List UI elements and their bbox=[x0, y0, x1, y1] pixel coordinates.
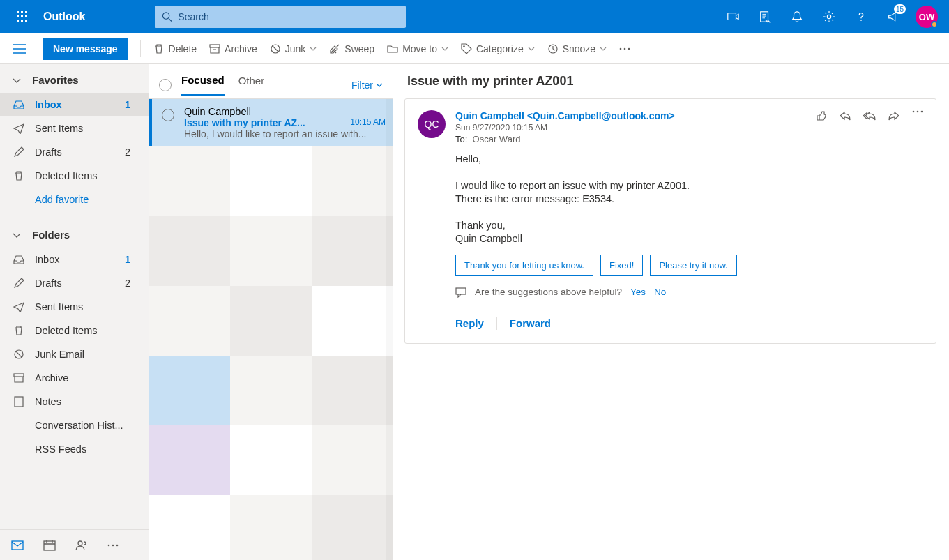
forward-link[interactable]: Forward bbox=[510, 317, 551, 331]
sidebar-folder-sent[interactable]: Sent Items bbox=[0, 295, 149, 319]
reply-icon[interactable] bbox=[840, 110, 851, 144]
tab-focused[interactable]: Focused bbox=[181, 74, 225, 96]
chevron-down-icon bbox=[600, 45, 607, 52]
svg-rect-0 bbox=[17, 11, 19, 13]
sidebar-folder-drafts[interactable]: Drafts 2 bbox=[0, 271, 149, 295]
respond-links: Reply Forward bbox=[455, 317, 923, 331]
suggested-reply-2[interactable]: Fixed! bbox=[600, 255, 643, 276]
svg-rect-1 bbox=[21, 11, 23, 13]
svg-rect-36 bbox=[456, 288, 466, 294]
sidebar-item-inbox[interactable]: Inbox 1 bbox=[0, 93, 149, 116]
feedback-no[interactable]: No bbox=[654, 286, 666, 298]
message-time: 10:15 AM bbox=[350, 117, 386, 128]
reply-link[interactable]: Reply bbox=[455, 317, 484, 331]
chevron-down-icon bbox=[13, 231, 21, 239]
drafts-icon bbox=[13, 278, 25, 289]
app-launcher-icon[interactable] bbox=[6, 0, 39, 33]
sidebar-item-sent[interactable]: Sent Items bbox=[0, 116, 149, 140]
like-icon[interactable] bbox=[816, 110, 827, 144]
sidebar: Favorites Inbox 1 Sent Items Drafts 2 De… bbox=[0, 64, 149, 560]
command-toolbar: New message Delete Archive Junk Sweep Mo… bbox=[0, 33, 949, 64]
clock-icon bbox=[547, 43, 559, 54]
svg-rect-27 bbox=[12, 541, 23, 550]
svg-point-35 bbox=[921, 111, 923, 113]
add-favorite-link[interactable]: Add favorite bbox=[0, 188, 149, 219]
favorites-header[interactable]: Favorites bbox=[0, 64, 149, 93]
sidebar-folder-notes[interactable]: Notes bbox=[0, 390, 149, 414]
sidebar-item-drafts[interactable]: Drafts 2 bbox=[0, 140, 149, 164]
user-avatar[interactable]: OW bbox=[916, 6, 938, 28]
notes-icon[interactable] bbox=[750, 0, 780, 33]
svg-line-10 bbox=[169, 18, 172, 21]
svg-point-32 bbox=[116, 544, 119, 546]
sidebar-folder-archive[interactable]: Archive bbox=[0, 366, 149, 390]
feedback-yes[interactable]: Yes bbox=[630, 286, 646, 298]
message-from: Quin Campbell bbox=[184, 106, 386, 117]
inbox-icon bbox=[13, 254, 25, 265]
sidebar-folder-rss[interactable]: RSS Feeds bbox=[0, 437, 149, 461]
announcements-icon[interactable]: 15 bbox=[878, 0, 909, 33]
calendar-icon[interactable] bbox=[43, 539, 56, 552]
message-item[interactable]: Quin Campbell Issue with my printer AZ..… bbox=[149, 99, 393, 146]
sidebar-folder-inbox[interactable]: Inbox 1 bbox=[0, 248, 149, 271]
chevron-down-icon bbox=[528, 45, 535, 52]
teams-call-icon[interactable] bbox=[718, 0, 748, 33]
svg-rect-8 bbox=[25, 20, 27, 22]
search-box[interactable] bbox=[155, 6, 406, 28]
junk-button[interactable]: Junk bbox=[270, 43, 317, 54]
email-body: Hello, I would like to report an issue w… bbox=[455, 153, 923, 331]
snooze-button[interactable]: Snooze bbox=[547, 43, 607, 54]
more-actions-button[interactable] bbox=[619, 47, 630, 50]
svg-point-18 bbox=[463, 45, 464, 47]
app-header: Outlook 15 OW bbox=[0, 0, 949, 33]
help-icon[interactable] bbox=[846, 0, 876, 33]
more-icon[interactable] bbox=[107, 544, 119, 547]
sidebar-folder-deleted[interactable]: Deleted Items bbox=[0, 319, 149, 342]
message-checkbox[interactable] bbox=[162, 109, 174, 121]
sweep-button[interactable]: Sweep bbox=[329, 43, 374, 54]
archive-icon bbox=[209, 43, 220, 54]
svg-rect-12 bbox=[761, 12, 768, 22]
hamburger-icon[interactable] bbox=[8, 38, 31, 60]
search-input[interactable] bbox=[178, 11, 399, 22]
junk-icon bbox=[13, 349, 25, 360]
trash-icon bbox=[13, 170, 25, 181]
svg-rect-11 bbox=[728, 13, 736, 20]
scrollbar[interactable] bbox=[386, 99, 393, 560]
trash-icon bbox=[13, 325, 25, 336]
moveto-button[interactable]: Move to bbox=[387, 43, 448, 54]
svg-point-30 bbox=[108, 544, 110, 546]
filter-button[interactable]: Filter bbox=[351, 80, 383, 91]
tag-icon bbox=[461, 43, 472, 54]
more-icon[interactable] bbox=[912, 110, 923, 144]
forward-icon[interactable] bbox=[888, 110, 899, 144]
email-title: Issue with my printer AZ001 bbox=[404, 74, 936, 89]
to-line: To: Oscar Ward bbox=[455, 134, 806, 144]
sidebar-folder-junk[interactable]: Junk Email bbox=[0, 342, 149, 366]
sidebar-folder-conversation-history[interactable]: Conversation Hist... bbox=[0, 414, 149, 437]
suggested-reply-3[interactable]: Please try it now. bbox=[650, 255, 736, 276]
folders-header[interactable]: Folders bbox=[0, 219, 149, 248]
settings-icon[interactable] bbox=[814, 0, 844, 33]
svg-rect-6 bbox=[17, 20, 19, 22]
suggested-reply-1[interactable]: Thank you for letting us know. bbox=[455, 255, 593, 276]
sender-name[interactable]: Quin Campbell <Quin.Campbell@outlook.com… bbox=[455, 110, 806, 121]
notifications-icon[interactable] bbox=[782, 0, 812, 33]
archive-button[interactable]: Archive bbox=[209, 43, 257, 54]
select-all-checkbox[interactable] bbox=[159, 79, 172, 91]
reply-all-icon[interactable] bbox=[863, 110, 876, 144]
main-area: Favorites Inbox 1 Sent Items Drafts 2 De… bbox=[0, 64, 949, 560]
svg-point-21 bbox=[624, 47, 626, 50]
svg-point-31 bbox=[112, 544, 114, 546]
categorize-button[interactable]: Categorize bbox=[461, 43, 535, 54]
svg-rect-26 bbox=[15, 397, 23, 407]
tab-other[interactable]: Other bbox=[238, 75, 265, 95]
people-icon[interactable] bbox=[75, 539, 88, 552]
mail-icon[interactable] bbox=[11, 539, 24, 552]
new-message-button[interactable]: New message bbox=[43, 38, 128, 60]
delete-button[interactable]: Delete bbox=[153, 43, 197, 54]
svg-rect-15 bbox=[210, 45, 220, 47]
feedback-row: Are the suggestions above helpful? Yes N… bbox=[455, 286, 923, 298]
svg-line-17 bbox=[272, 45, 278, 52]
sidebar-item-deleted[interactable]: Deleted Items bbox=[0, 164, 149, 188]
